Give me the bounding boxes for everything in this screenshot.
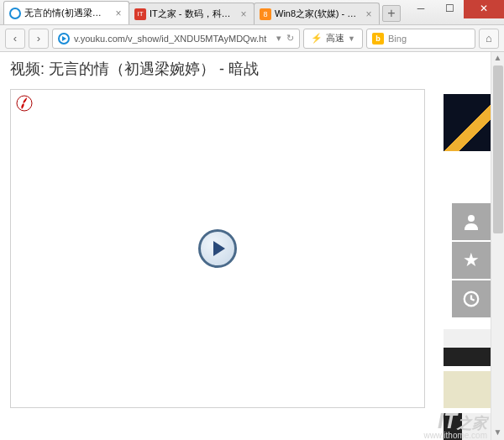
close-icon[interactable]: × [364, 9, 374, 19]
forward-button[interactable]: › [29, 29, 49, 49]
back-button[interactable]: ‹ [5, 29, 25, 49]
sidebar-actions: ★ [452, 203, 491, 319]
thumbnail[interactable] [444, 94, 491, 151]
vertical-scrollbar[interactable]: ▲ ▼ [491, 52, 504, 440]
svg-point-1 [468, 215, 475, 222]
watermark-url: www.ithome.com [423, 431, 487, 440]
play-button[interactable] [198, 229, 237, 268]
star-icon[interactable]: ★ [452, 242, 491, 279]
dropdown-icon: ▼ [348, 34, 355, 43]
titlebar: 无言的情(初遇梁婉婷… × IT IT之家 - 数码，科技，… × 8 Win8… [0, 0, 504, 25]
search-input[interactable]: b Bing [366, 29, 475, 49]
watermark-brand: IT之家 [438, 410, 487, 432]
youku-icon [9, 8, 21, 19]
page-title: 视频: 无言的情（初遇梁婉婷） - 暗战 [0, 52, 504, 86]
scroll-down-button[interactable]: ▼ [491, 427, 504, 440]
history-icon[interactable] [452, 280, 491, 317]
close-icon[interactable]: × [239, 9, 249, 19]
user-icon[interactable] [452, 203, 491, 240]
tab-strip: 无言的情(初遇梁婉婷… × IT IT之家 - 数码，科技，… × 8 Win8… [3, 1, 407, 24]
tab-active[interactable]: 无言的情(初遇梁婉婷… × [3, 1, 129, 24]
flash-icon [16, 95, 33, 112]
ithome-icon: IT [134, 8, 146, 20]
search-placeholder: Bing [388, 34, 407, 44]
speed-mode-button[interactable]: ⚡ 高速 ▼ [303, 29, 363, 49]
site-icon [58, 33, 70, 45]
tab-label: 无言的情(初遇梁婉婷… [24, 7, 110, 19]
tab-label: Win8之家(软媒) - Win… [275, 8, 360, 20]
thumbnail[interactable] [444, 371, 491, 408]
home-button[interactable]: ⌂ [479, 29, 499, 49]
window-controls: ─ ☐ ✕ [407, 0, 504, 18]
svg-point-0 [17, 96, 32, 111]
bolt-icon: ⚡ [311, 33, 323, 44]
address-bar: ‹ › v.youku.com/v_show/id_XNDU5MTAyMDQw.… [0, 25, 504, 52]
tab[interactable]: 8 Win8之家(软媒) - Win… × [254, 3, 380, 24]
url-input[interactable]: v.youku.com/v_show/id_XNDU5MTAyMDQw.ht ▾… [52, 29, 300, 49]
bing-icon: b [372, 33, 384, 45]
dropdown-icon[interactable]: ▾ [276, 33, 281, 44]
thumbnail[interactable] [444, 329, 491, 366]
tab[interactable]: IT IT之家 - 数码，科技，… × [129, 3, 255, 24]
refresh-icon[interactable]: ↻ [286, 33, 294, 44]
minimize-button[interactable]: ─ [407, 0, 435, 18]
sidebar-thumbnails [444, 94, 491, 156]
page-content: 视频: 无言的情（初遇梁婉婷） - 暗战 ★ IT之家 www.ithome.c… [0, 52, 504, 440]
scroll-up-button[interactable]: ▲ [491, 52, 504, 65]
maximize-button[interactable]: ☐ [435, 0, 464, 18]
video-player[interactable] [10, 89, 425, 408]
speed-label: 高速 [326, 32, 344, 45]
tab-label: IT之家 - 数码，科技，… [150, 8, 235, 20]
close-button[interactable]: ✕ [464, 0, 504, 18]
win8-icon: 8 [260, 8, 271, 20]
close-icon[interactable]: × [113, 8, 123, 18]
new-tab-button[interactable]: + [382, 5, 401, 22]
url-text: v.youku.com/v_show/id_XNDU5MTAyMDQw.ht [74, 34, 266, 44]
scroll-thumb[interactable] [493, 65, 503, 233]
